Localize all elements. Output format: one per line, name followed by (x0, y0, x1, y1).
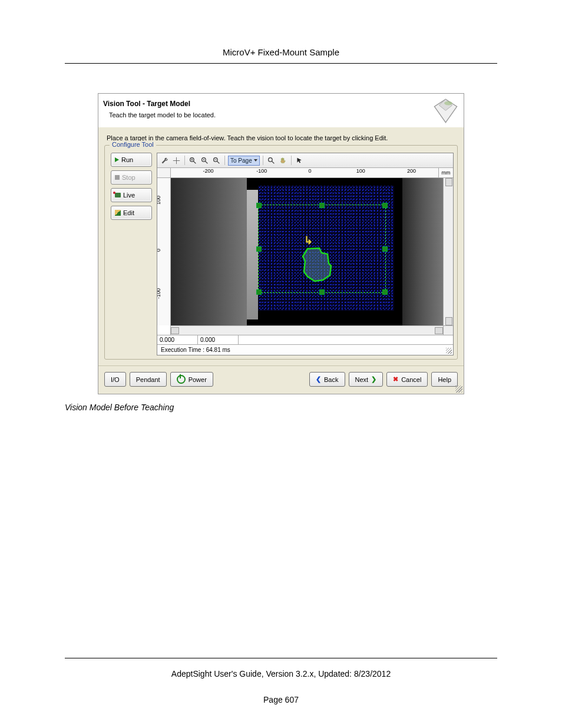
page-footer: AdeptSight User's Guide, Version 3.2.x, … (65, 658, 497, 704)
vertical-scrollbar[interactable] (443, 178, 453, 325)
ruler-tick: -200 (203, 168, 214, 174)
ruler-tick: 200 (407, 168, 416, 174)
back-label: Back (324, 376, 338, 383)
run-label: Run (121, 156, 133, 163)
configure-tool-group: Configure Tool Run Stop Live Edit (104, 145, 458, 360)
roi-handle[interactable] (256, 203, 262, 208)
cancel-x-icon: ✖ (393, 375, 398, 383)
detected-part-outline (302, 246, 334, 284)
toolbar-separator (184, 156, 185, 165)
adept-logo-icon (432, 97, 459, 124)
pendant-button[interactable]: Pendant (130, 372, 167, 387)
readout-y: 0.000 (198, 335, 239, 344)
toolbar-separator (263, 156, 263, 165)
help-button[interactable]: Help (431, 372, 458, 387)
ruler-tick: -100 (157, 288, 161, 299)
crosshair-icon[interactable] (171, 156, 181, 166)
page-number: Page 607 (65, 695, 497, 704)
pendant-label: Pendant (136, 376, 160, 383)
edit-button[interactable]: Edit (111, 206, 152, 220)
chevron-down-icon (254, 159, 257, 162)
image-viewer: To Page -200 -100 0 (157, 153, 454, 355)
svg-point-2 (444, 101, 452, 106)
zoom-out-icon[interactable] (211, 156, 222, 166)
window-title: Vision Tool - Target Model (103, 100, 428, 108)
ruler-tick: 0 (309, 168, 312, 174)
next-label: Next (355, 376, 369, 383)
live-label: Live (123, 192, 135, 199)
toolbar-separator (291, 156, 292, 165)
footer-rule (65, 658, 497, 658)
power-button[interactable]: Power (170, 372, 213, 387)
ruler-tick: 100 (157, 196, 161, 205)
camera-canvas[interactable]: ↳ (171, 178, 443, 325)
document-header: MicroV+ Fixed-Mount Sample (65, 47, 497, 57)
ruler-corner (157, 168, 171, 178)
side-button-column: Run Stop Live Edit (111, 153, 152, 355)
window-subtitle: Teach the target model to be located. (103, 111, 428, 118)
roi-handle[interactable] (382, 289, 388, 295)
io-label: I/O (111, 376, 120, 383)
pan-hand-icon[interactable] (278, 156, 288, 166)
power-label: Power (189, 376, 207, 383)
svg-line-16 (272, 161, 274, 163)
axis-indicator-icon: ↳ (304, 234, 313, 247)
zoom-in-icon[interactable] (188, 156, 198, 166)
ruler-unit: mm (438, 168, 453, 178)
ruler-tick: 0 (157, 249, 161, 252)
to-page-label: To Page (230, 157, 252, 164)
viewer-toolbar: To Page (157, 153, 453, 168)
edit-label: Edit (123, 209, 134, 216)
ruler-horizontal: -200 -100 0 100 200 (171, 168, 438, 178)
zoom-reset-icon[interactable] (200, 156, 210, 166)
figure-caption: Vision Model Before Teaching (65, 403, 497, 412)
cancel-button[interactable]: ✖Cancel (386, 372, 428, 387)
group-label: Configure Tool (110, 141, 156, 148)
screenshot-window: Vision Tool - Target Model Teach the tar… (98, 93, 464, 394)
horizontal-scrollbar[interactable] (171, 325, 443, 335)
wizard-button-bar: I/O Pendant Power ❮Back Next❯ ✖Cancel He… (98, 365, 464, 394)
next-arrow-icon: ❯ (371, 375, 376, 383)
camera-icon (115, 193, 121, 197)
roi-handle[interactable] (319, 289, 325, 295)
back-button[interactable]: ❮Back (309, 372, 345, 387)
svg-line-10 (205, 161, 207, 163)
stop-icon (115, 175, 120, 180)
io-button[interactable]: I/O (104, 372, 126, 387)
ruler-tick: 100 (356, 168, 365, 174)
back-arrow-icon: ❮ (316, 375, 321, 383)
stop-label: Stop (122, 174, 135, 181)
roi-handle[interactable] (382, 246, 388, 252)
coordinate-readout: 0.000 0.000 (157, 335, 453, 344)
help-label: Help (438, 376, 451, 383)
svg-line-13 (217, 161, 219, 163)
ruler-vertical: 100 0 -100 (157, 178, 171, 325)
next-button[interactable]: Next❯ (349, 372, 384, 387)
run-button[interactable]: Run (111, 153, 152, 167)
roi-handle[interactable] (256, 246, 262, 252)
header-rule (65, 63, 497, 64)
svg-point-15 (268, 157, 272, 162)
stop-button[interactable]: Stop (111, 170, 152, 185)
zoom-select-icon[interactable] (266, 156, 276, 166)
edit-icon (115, 210, 121, 216)
cancel-label: Cancel (401, 376, 421, 383)
status-bar: Execution Time : 64.81 ms (157, 344, 453, 355)
readout-x: 0.000 (157, 335, 198, 344)
title-bar: Vision Tool - Target Model Teach the tar… (98, 94, 464, 127)
roi-handle[interactable] (256, 289, 262, 295)
roi-handle[interactable] (382, 203, 388, 208)
live-button[interactable]: Live (111, 188, 152, 202)
play-icon (115, 157, 119, 162)
to-page-dropdown[interactable]: To Page (228, 156, 260, 166)
pointer-icon[interactable] (295, 156, 305, 166)
roi-handle[interactable] (319, 203, 325, 208)
svg-point-11 (203, 159, 204, 160)
svg-line-6 (193, 161, 196, 163)
wrench-icon[interactable] (160, 156, 170, 166)
ruler-tick: -100 (256, 168, 267, 174)
footer-text: AdeptSight User's Guide, Version 3.2.x, … (65, 669, 497, 678)
power-icon (177, 375, 186, 384)
toolbar-separator (224, 156, 225, 165)
